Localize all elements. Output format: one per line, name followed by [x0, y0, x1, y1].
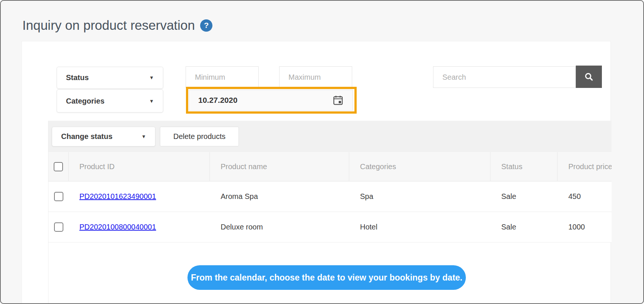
table-cell-product-name: Deluxe room: [210, 212, 349, 242]
table-row: PD2020101623490001Aroma SpaSpaSale450: [48, 181, 612, 212]
change-status-dropdown[interactable]: Change status ▼: [52, 127, 155, 146]
table-cell-checkbox: [48, 181, 69, 212]
table-cell-status: Sale: [490, 181, 558, 212]
table-row: PD2020100800040001Deluxe roomHotelSale10…: [48, 212, 612, 243]
change-status-label: Change status: [61, 132, 113, 141]
table-cell-categories: Spa: [349, 181, 490, 212]
date-value: 10.27.2020: [198, 96, 237, 105]
chevron-down-icon: ▼: [141, 134, 146, 139]
chevron-down-icon: ▼: [149, 75, 154, 80]
select-all-checkbox[interactable]: [54, 162, 63, 171]
help-icon-glyph: ?: [204, 21, 209, 30]
categories-dropdown-label: Categories: [66, 97, 104, 105]
row-checkbox[interactable]: [54, 192, 63, 201]
table-cell-categories: Hotel: [349, 212, 490, 242]
table-cell-product-id: PD2020101623490001: [69, 181, 210, 212]
callout-tooltip: From the calendar, choose the date to vi…: [187, 265, 466, 290]
page-title: Inquiry on product reservation: [22, 18, 195, 33]
search-icon: [584, 72, 594, 82]
table-area: Product ID Product name Categories Statu…: [48, 121, 612, 304]
delete-products-button[interactable]: Delete products: [160, 127, 239, 146]
table-header-cell: Product price: [558, 152, 612, 181]
table-cell-product-price: 1000: [558, 212, 612, 242]
date-picker-field[interactable]: 10.27.2020: [189, 90, 353, 111]
calendar-icon[interactable]: [332, 95, 344, 106]
table-cell-product-price: 450: [558, 181, 612, 212]
chevron-down-icon: ▼: [149, 98, 154, 104]
table-cell-product-id: PD2020100800040001: [69, 212, 210, 242]
table-header-cell: Product ID: [69, 152, 210, 181]
status-dropdown-label: Status: [66, 73, 89, 82]
app-frame: Inquiry on product reservation ? Status …: [0, 0, 644, 304]
page-header: Inquiry on product reservation ?: [22, 18, 212, 33]
minimum-price-input[interactable]: [186, 66, 259, 88]
product-id-link[interactable]: PD2020100800040001: [79, 223, 156, 231]
table-cell-status: Sale: [490, 212, 558, 242]
screenshot: Inquiry on product reservation ? Status …: [0, 0, 644, 304]
table-header-cell: [48, 152, 69, 181]
table-cell-product-name: Aroma Spa: [210, 181, 349, 212]
table-header-cell: Categories: [349, 152, 490, 181]
table-header-cell: Product name: [210, 152, 349, 181]
status-dropdown[interactable]: Status ▼: [57, 67, 163, 89]
categories-dropdown[interactable]: Categories ▼: [57, 89, 163, 113]
help-icon[interactable]: ?: [200, 19, 212, 32]
table-header-cell: Status: [490, 152, 558, 181]
table-header-row: Product ID Product name Categories Statu…: [48, 152, 612, 181]
search-button[interactable]: [576, 66, 602, 88]
callout-text: From the calendar, choose the date to vi…: [191, 273, 463, 283]
search-input[interactable]: [433, 66, 576, 88]
maximum-price-input[interactable]: [279, 66, 352, 88]
row-checkbox[interactable]: [54, 222, 63, 232]
table-body: PD2020101623490001Aroma SpaSpaSale450PD2…: [48, 181, 612, 243]
table-cell-checkbox: [48, 212, 69, 242]
product-id-link[interactable]: PD2020101623490001: [79, 192, 156, 201]
